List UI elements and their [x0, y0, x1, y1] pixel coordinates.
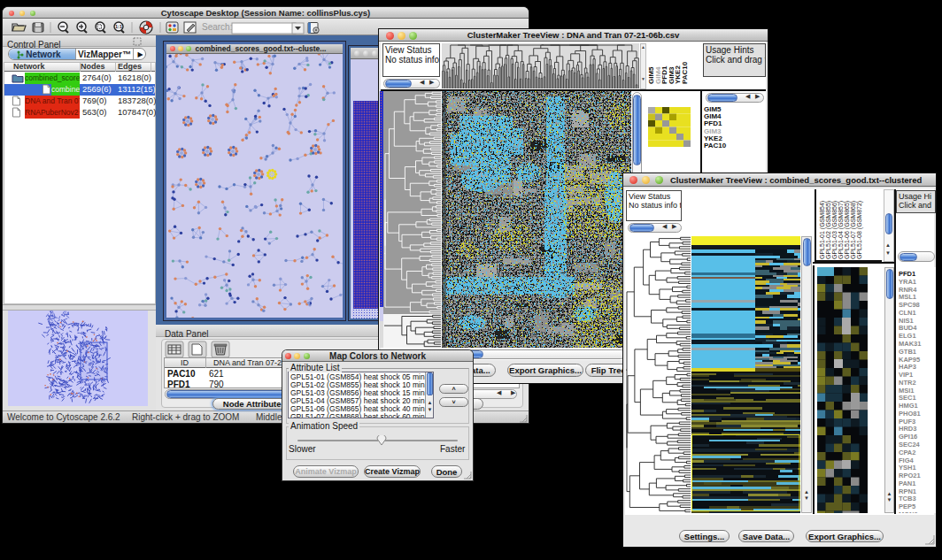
svg-text:Search:: Search: [202, 22, 232, 32]
svg-text:1:1: 1:1 [115, 24, 122, 29]
